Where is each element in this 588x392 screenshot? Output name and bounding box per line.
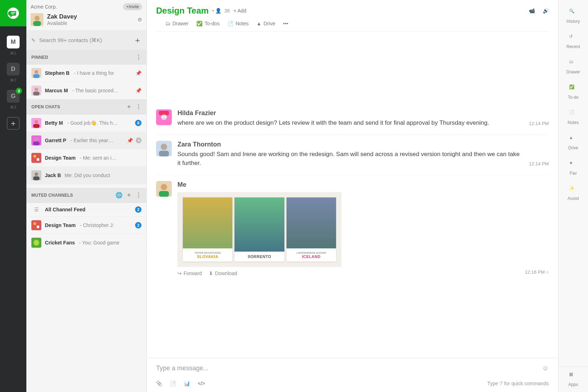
svg-point-7 xyxy=(35,70,38,74)
svg-rect-2 xyxy=(11,14,14,14)
svg-point-16 xyxy=(35,138,38,141)
tab-todos[interactable]: ✅To-dos xyxy=(196,21,220,26)
message-time: 12:14 PM xyxy=(529,121,549,128)
add-workspace-button[interactable]: ＋ xyxy=(7,117,20,130)
rr-history[interactable]: 🔍History xyxy=(558,4,588,29)
drawer-icon: 🗂 xyxy=(569,59,578,68)
section-open-chats: OPEN CHATS ＋ ⋮ xyxy=(26,99,146,114)
svg-rect-26 xyxy=(37,226,39,228)
video-call-icon[interactable]: 📹 xyxy=(529,8,535,14)
gear-icon[interactable]: ⚙ xyxy=(138,17,142,22)
channel-item[interactable]: Cricket Fans You: Good game xyxy=(26,234,146,252)
svg-rect-20 xyxy=(37,158,39,161)
workspace-tile-d[interactable]: D xyxy=(7,63,20,76)
workspace-shortcut: ⌘1 xyxy=(10,51,16,56)
more-icon[interactable]: ⋮ xyxy=(136,54,141,61)
unread-badge: 2 xyxy=(135,222,141,228)
tab-drawer[interactable]: 🗂Drawer xyxy=(165,21,189,26)
rr-recent[interactable]: ↺Recent xyxy=(558,29,588,54)
forward-icon: ↪ xyxy=(177,270,182,276)
volume-icon[interactable]: 🔊 xyxy=(543,8,549,14)
tab-notes[interactable]: 📄Notes xyxy=(227,21,249,26)
document-icon[interactable]: 📄 xyxy=(170,381,176,386)
avatar xyxy=(156,141,172,156)
avatar xyxy=(156,181,172,197)
pinned-item[interactable]: Marcus M The basic proced… 📌 xyxy=(26,82,146,99)
sidebar: Acme Corp. +Invite Zak Davey Available ⚙… xyxy=(26,0,147,392)
section-pinned: PINNED ⋮ xyxy=(26,50,146,65)
composer-input[interactable]: Type a message... xyxy=(156,365,542,372)
pinned-item[interactable]: Stephen B I have a thing for 📌 xyxy=(26,65,146,82)
history-icon: ↺ xyxy=(569,34,578,42)
plus-icon[interactable]: ＋ xyxy=(134,35,141,46)
main-pane: Design Team • 👤 36 + Add 📹 🔊 🗂Drawer ✅To… xyxy=(147,0,558,392)
attach-icon[interactable]: 📎 xyxy=(156,381,162,386)
close-icon[interactable]: ✕ xyxy=(136,138,141,143)
message-text: where are we on the product design? Lets… xyxy=(177,118,523,128)
rr-apps[interactable]: ▦Apps xyxy=(558,366,588,392)
drive-icon: ▲ xyxy=(257,21,262,26)
svg-rect-23 xyxy=(33,176,40,180)
more-icon[interactable]: ••• xyxy=(283,21,288,26)
code-icon[interactable]: </> xyxy=(198,381,205,386)
plus-icon[interactable]: ＋ xyxy=(126,191,132,199)
svg-point-4 xyxy=(35,16,40,21)
message: Hilda Frazier where are we on the produc… xyxy=(156,103,549,134)
message-author: Me xyxy=(177,181,519,189)
svg-point-13 xyxy=(35,120,38,124)
forward-button[interactable]: ↪Forward xyxy=(177,270,202,276)
right-rail: 🔍History ↺Recent 🗂Drawer ✅To-do 📄Notes ▲… xyxy=(558,0,588,392)
rr-fav[interactable]: ★Fav xyxy=(558,155,588,181)
message-author: Hilda Frazier xyxy=(177,109,523,117)
poll-icon[interactable]: 📊 xyxy=(184,381,190,386)
channel-meta: • 👤 36 xyxy=(212,8,230,14)
pin-icon: 📌 xyxy=(127,138,133,143)
note-icon: 📄 xyxy=(227,21,233,26)
rr-todo[interactable]: ✅To-do xyxy=(558,79,588,105)
channel-item[interactable]: Design Team Christopher J: 2 xyxy=(26,217,146,234)
search-row[interactable]: ✎ Search 99+ contacts (⌘K) ＋ xyxy=(26,30,146,50)
channel-title[interactable]: Design Team xyxy=(156,6,209,16)
channel-item[interactable]: ☰ All Channel Feed 2 xyxy=(26,203,146,217)
svg-rect-8 xyxy=(33,74,40,78)
feed-icon: ☰ xyxy=(31,207,41,212)
profile-row[interactable]: Zak Davey Available ⚙ xyxy=(26,12,146,30)
svg-point-38 xyxy=(161,184,167,190)
chat-item[interactable]: Betty M Good job👋. This h… 8 xyxy=(26,114,146,132)
section-muted: MUTED CHANNELS 🌐 ＋ ⋮ xyxy=(26,188,146,203)
app-logo[interactable] xyxy=(0,0,26,26)
workspace-tile-g[interactable]: G 8 xyxy=(7,90,20,103)
more-icon[interactable]: ⋮ xyxy=(136,192,141,198)
invite-button[interactable]: +Invite xyxy=(123,3,142,10)
rr-assist[interactable]: ✨Assist xyxy=(558,181,588,206)
image-attachment[interactable]: TATRA MOUNTAINSSLOVAKIA SORRENTO LANDMAN… xyxy=(177,192,341,267)
message-time: 12:14 PM xyxy=(529,161,549,168)
download-button[interactable]: ⬇Download xyxy=(209,270,237,276)
message: Me TATRA MOUNTAINSSLOVAKIA SORRENTO LAND… xyxy=(156,175,549,283)
rr-drive[interactable]: ▲Drive xyxy=(558,130,588,155)
message-text: Sounds good! Sam and Irene are working o… xyxy=(177,150,523,168)
svg-point-33 xyxy=(164,116,166,118)
add-member-button[interactable]: + Add xyxy=(233,8,246,14)
svg-rect-1 xyxy=(11,12,15,13)
check-icon: ✅ xyxy=(569,84,578,93)
rr-drawer[interactable]: 🗂Drawer xyxy=(558,54,588,79)
chat-item[interactable]: Garrett P Earlier this year… 📌✕ xyxy=(26,132,146,149)
rr-notes[interactable]: 📄Notes xyxy=(558,105,588,130)
emoji-icon[interactable]: ☺ xyxy=(542,365,549,372)
svg-point-32 xyxy=(161,116,164,118)
workspace-shortcut: ⌘2 xyxy=(10,78,16,83)
note-icon: 📄 xyxy=(569,110,578,118)
svg-rect-5 xyxy=(33,21,41,26)
tab-drive[interactable]: ▲Drive xyxy=(257,21,275,26)
message-author: Zara Thornton xyxy=(177,141,523,148)
drive-icon: ▲ xyxy=(569,135,578,144)
svg-point-28 xyxy=(33,240,39,246)
more-icon[interactable]: ⋮ xyxy=(136,103,141,110)
search-placeholder: Search 99+ contacts (⌘K) xyxy=(39,37,130,43)
plus-icon[interactable]: ＋ xyxy=(126,103,132,110)
chat-item[interactable]: Design Team Me: sent an i… xyxy=(26,149,146,167)
globe-icon[interactable]: 🌐 xyxy=(115,192,123,198)
chat-item[interactable]: Jack B Me: Did you conduct xyxy=(26,167,146,184)
workspace-tile-m[interactable]: M xyxy=(7,36,20,48)
